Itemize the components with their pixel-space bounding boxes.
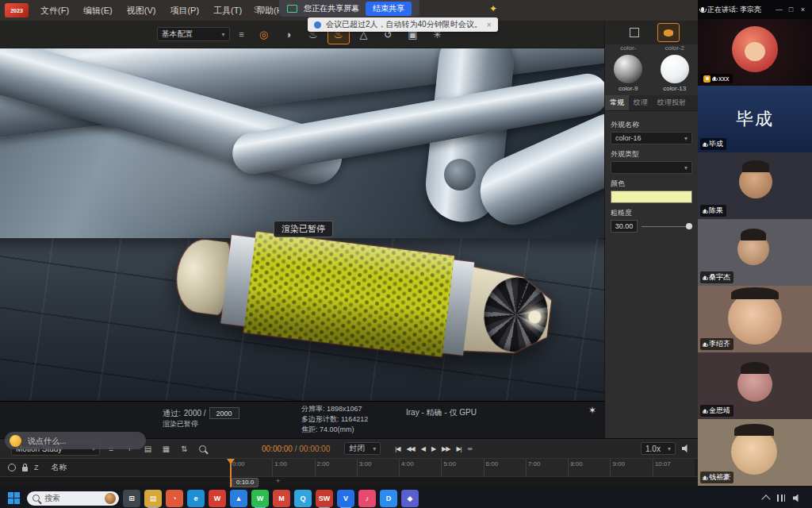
zoom-in-icon[interactable]: + [276,477,280,485]
participant-tile[interactable]: xxx [698,19,812,86]
taskbar-app-browser[interactable]: ◔ [166,490,183,507]
taskbar-app-dingtalk[interactable]: D [380,490,397,507]
chat-input[interactable] [26,436,141,446]
menu-file[interactable]: 文件(F) [33,0,76,21]
tray-expand-icon[interactable] [761,495,770,503]
passes-limit-input[interactable] [209,407,239,419]
timeline-ruler[interactable]: 0:00 1:00 2:00 3:00 4:00 5:00 6:00 7:00 … [230,459,695,476]
name-column-header: 名称 [52,462,67,473]
volume-icon[interactable] [682,444,690,452]
playback-mode-select[interactable]: 封闭▾ [344,442,381,455]
tab-texture-mapping[interactable]: 纹理投射 [653,95,691,110]
loop-button[interactable]: ∞ [468,445,472,452]
swatch-color-9[interactable]: color-9 [605,55,652,92]
favorite-star-icon[interactable]: ✶ [588,405,596,416]
grid-icon[interactable]: ▦ [159,442,173,456]
start-button[interactable] [8,492,20,504]
menu-tools[interactable]: 工具(T) [206,0,249,21]
menu-edit[interactable]: 编辑(E) [76,0,120,21]
record-icon[interactable] [8,464,16,471]
playback-speed-select[interactable]: 1.0x▾ [641,442,676,455]
taskbar-app-file-explorer[interactable]: ▤ [144,490,162,507]
skip-end-button[interactable]: ▶| [456,445,461,452]
search-input[interactable] [43,493,94,503]
mic-icon [703,342,706,346]
participant-tile[interactable]: 李绍齐 [698,286,812,352]
taskbar-app-solidworks[interactable]: SW [316,490,333,507]
taskbar-app-wechat[interactable]: W [251,490,269,507]
taskbar-app-store[interactable]: ◆ [401,490,419,507]
render-toolbar: 基本配置▾ ≡ ◎ ◑ ♨ ♨ △ ↺ ▣ ✳ [0,21,604,48]
volume-icon[interactable] [793,495,801,502]
appearances-tab-icon[interactable] [657,23,680,42]
ruler-tick: 0:00 [230,459,272,476]
lock-icon[interactable] [22,467,28,471]
color-swatch[interactable] [611,190,692,203]
participant-tile[interactable]: 桑宇杰 [698,219,812,286]
time-range-box[interactable]: 0:10.0 [232,478,259,487]
sharing-screen-icon [287,5,297,13]
timeline-zoom-row: 0:10.0 + [0,476,698,487]
step-back-button[interactable]: ◀ [421,445,425,452]
preset-select[interactable]: 基本配置▾ [157,27,230,41]
appearance-type-select[interactable]: ▾ [611,161,692,174]
chevron-down-icon: ▾ [668,445,671,452]
taskbar-app-music[interactable]: ♪ [358,490,376,507]
participant-label: 钱裕豪 [700,471,733,483]
color-label: 颜色 [611,179,692,189]
meeting-chat-pill [5,432,146,449]
network-icon[interactable] [777,495,785,502]
solidworks-logo: 2023 [5,3,29,17]
taskbar-app-edge[interactable]: e [187,490,205,507]
toast-close-icon[interactable]: × [487,21,492,29]
z-order-icon[interactable]: Z [34,464,39,471]
scene-tab-icon[interactable] [624,24,645,41]
swatch-color-13[interactable]: color-13 [652,55,699,92]
taskbar-app-task-view[interactable]: ⊞ [123,490,140,507]
material-ball-icon[interactable]: ◑ [278,25,299,44]
menu-project[interactable]: 项目(P) [163,0,206,21]
taskbar-app-mail[interactable]: M [273,490,290,507]
tab-texture[interactable]: 纹理 [629,95,653,110]
search-icon [33,495,40,502]
passes-current: 2000 / [184,409,206,418]
maximize-button[interactable]: □ [785,6,797,13]
appearance-name-select[interactable]: color-16▾ [611,132,692,144]
menu-view[interactable]: 视图(V) [120,0,163,21]
participant-tile[interactable]: 金思靖 [698,352,812,419]
preset-list-button[interactable]: ≡ [234,27,250,41]
participant-tile[interactable]: 钱裕豪 [698,419,812,486]
zoom-icon[interactable] [196,442,209,456]
windows-taskbar: ⊞ ▤ ◔ e W ▲ W M Q SW V ♪ D ◆ [0,488,812,508]
participant-tile[interactable]: 毕成 毕成 [698,86,812,152]
minimize-button[interactable]: — [773,6,785,13]
roughness-label: 粗糙度 [611,208,692,218]
stop-sharing-button[interactable]: 结束共享 [366,2,412,16]
taskbar-app-wps[interactable]: W [209,490,226,507]
ruler-tick: 4:00 [399,459,441,476]
model-tail-cone [464,267,554,361]
emoji-icon[interactable] [10,435,21,447]
roughness-input[interactable] [611,220,638,233]
slider-knob[interactable] [686,223,692,229]
taskbar-app-qq[interactable]: Q [294,490,312,507]
magnifier-icon [199,445,206,452]
info-icon [314,21,321,29]
frame-back-button[interactable]: ◀◀ [406,445,414,452]
tab-general[interactable]: 常规 [605,95,629,110]
playhead-marker[interactable] [230,459,232,487]
frame-forward-button[interactable]: ▶▶ [442,445,450,452]
close-button[interactable]: × [797,6,809,13]
sort-icon[interactable]: ⇅ [178,442,191,456]
system-tray [763,494,807,502]
render-viewport[interactable]: 渲染已暂停 [0,48,604,401]
participant-tile[interactable]: 陈果 [698,152,812,219]
render-target-icon[interactable]: ◎ [254,25,274,44]
skip-start-button[interactable]: |◀ [395,445,400,452]
play-button[interactable]: ▶ [431,445,435,452]
taskbar-app-tencent-meeting[interactable]: V [337,490,354,507]
ruler-tick: 1:00 [272,459,314,476]
taskbar-app-cloud-drive[interactable]: ▲ [230,490,247,507]
roughness-slider[interactable] [642,222,692,230]
passes-label: 通过: [163,408,181,419]
